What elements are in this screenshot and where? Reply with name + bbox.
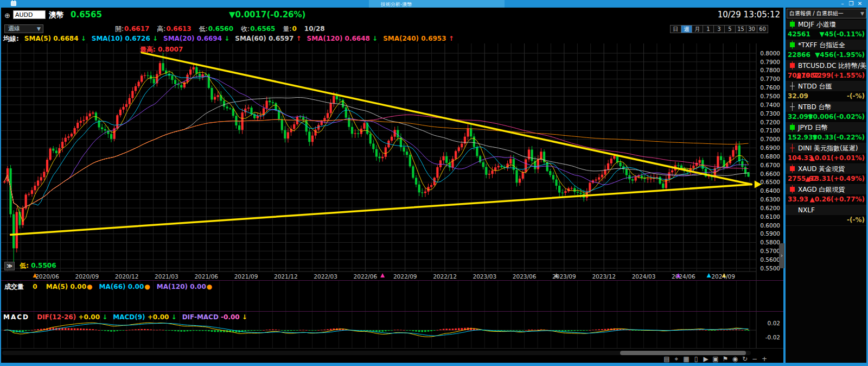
zoom-out-icon[interactable]: − (751, 355, 758, 363)
ohlc-value: 0.6617 (124, 25, 149, 33)
watchlist-item[interactable]: JPYD 日幣152.933▼0.33(-0.22%) (786, 123, 866, 143)
zoom-select-icon[interactable]: ⌖ (673, 355, 680, 363)
macd-legend-item: MACD(9) +0.00 ↓ (113, 313, 176, 321)
ohlc-label: 高: (157, 25, 165, 33)
watchlist-item[interactable]: BTCUSD.DC 比特幣/美元70979.72▲1082.99(+1.55%) (786, 61, 866, 81)
watchlist-item-value-row: 22866▼456(-1.95%) (786, 50, 866, 60)
image-icon[interactable]: ▣ (712, 355, 719, 363)
macd-pane[interactable]: 0.02-0.02 MACD DIF(12-26) +0.00 ↓MACD(9)… (1, 311, 783, 349)
watchlist-item-label: NTDD 台匯 (798, 83, 832, 90)
flag-icon[interactable]: ⚑ (722, 355, 729, 363)
main-chart-area[interactable]: 0.80000.79000.78000.77000.76000.75000.74… (1, 43, 783, 280)
macd-axis-label: 0.02 (768, 320, 780, 326)
lower-trendline[interactable] (11, 185, 752, 235)
watchlist-item[interactable]: NXLF-(-%) (786, 205, 866, 226)
y-axis-label: 0.7500 (760, 93, 780, 99)
y-axis-label: 0.5700 (760, 248, 780, 254)
keyboard-icon[interactable]: ▦ (682, 355, 690, 363)
sma-legend-item: SMA(120) 0.6648 ↓ (307, 35, 378, 42)
period-select-value: 週線 (8, 25, 20, 32)
ohlc-label: 低: (199, 25, 208, 33)
watchlist-item-value-row: 152.933▼0.33(-0.22%) (786, 132, 866, 142)
doji-icon (790, 104, 795, 109)
symbol-input[interactable] (13, 10, 46, 19)
x-axis-label: 2023/09 (552, 273, 576, 280)
candle-icon (790, 63, 795, 68)
doji-icon (790, 84, 795, 89)
timeframe-button-60[interactable]: 60 (757, 25, 768, 33)
candlestick-chart[interactable]: 0.80000.79000.78000.77000.76000.75000.74… (1, 43, 783, 280)
page-icon[interactable]: ▯ (692, 355, 700, 363)
watchlist-group-select[interactable]: 自選報價 / 自選群組一 ▼ (787, 9, 866, 18)
watchlist-item-value-row: 42561▼45(-0.11%) (786, 29, 866, 39)
restore-button[interactable]: ❐ (847, 1, 855, 7)
candle-icon (790, 42, 795, 47)
quote-change: ▼0.0017(-0.26%) (229, 10, 305, 20)
sma-items: SMA(5) 0.6684 ↓SMA(10) 0.6726 ↓SMA(20) 0… (19, 35, 454, 42)
watchlist-item-value-row: -(-%) (786, 215, 866, 225)
watchlist-item-change: ▲13.31(+0.49%) (805, 174, 865, 184)
x-axis-label: 2024/06 (672, 273, 695, 280)
quote-price: 0.6565 (71, 10, 102, 20)
watchlist-item-change: ▲1082.99(+1.55%) (796, 71, 865, 80)
y-axis-label: 0.6000 (760, 222, 780, 229)
x-axis-label: 2021/06 (194, 273, 218, 280)
y-axis-label: 0.7000 (760, 136, 780, 142)
sma-legend-item: SMA(60) 0.6597 ↑ (235, 35, 301, 42)
timeframe-button-週[interactable]: 週 (681, 25, 692, 33)
ohlc-value: 0.6560 (208, 25, 233, 33)
watchlist-item[interactable]: XAUD 黃金現貨2755.67▲13.31(+0.49%) (786, 164, 866, 185)
watchlist-item[interactable]: MDJF 小道瓊42561▼45(-0.11%) (786, 20, 866, 40)
period-low-value: 0.5506 (31, 262, 56, 269)
volume-pane[interactable]: 成交量 0 MA(5) 0.00●MA(66) 0.00●MA(120) 0.0… (1, 280, 783, 312)
period-select[interactable]: 週線 ▼ (4, 24, 43, 33)
minimize-button[interactable]: – (839, 1, 846, 7)
horizontal-scrollbar-thumb[interactable] (620, 351, 746, 355)
watchlist-item-name-row: BTCUSD.DC 比特幣/美元 (786, 61, 866, 71)
watchlist-item[interactable]: NTDD 台匯32.09-(-%) (786, 81, 866, 102)
y-axis-label: 0.6500 (760, 179, 780, 185)
watchlist-item[interactable]: NTBD 台幣32.093▼0.006(-0.02%) (786, 102, 866, 123)
volume-title: 成交量 (4, 283, 24, 291)
x-axis-label: 2023/06 (513, 273, 537, 280)
cursor-icon[interactable]: ▶ (702, 355, 710, 363)
y-axis-label: 0.5500 (760, 265, 780, 272)
refresh-icon[interactable]: ↻ (741, 355, 749, 363)
watchlist-item-name-row: DINI 美元指數(延遲) (786, 143, 866, 153)
x-axis-label: 2021/03 (155, 273, 178, 280)
period-low-row: ≫ 低: 0.5506 (4, 261, 56, 270)
timeframe-button-5[interactable]: 5 (725, 25, 736, 33)
sma-trend-arrow: ↑ (296, 35, 301, 42)
eye-icon[interactable]: ◉ (731, 355, 739, 363)
ohlc-value: 10/28 (304, 25, 325, 33)
new-doc-icon[interactable]: ▤ (663, 355, 671, 363)
watchlist-item[interactable]: *TXFF 台指近全22866▼456(-1.95%) (786, 40, 866, 61)
datetime: 10/29 13:05:12 (718, 10, 780, 20)
watchlist-item-price: 42561 (788, 29, 810, 39)
toolbar-row: 週線 ▼ 開:0.6617高:0.6613低:0.6560收:0.6565量:0… (1, 24, 783, 34)
timeframe-button-1[interactable]: 1 (703, 25, 714, 33)
watchlist-item-change: ▼0.006(-0.02%) (808, 112, 865, 122)
macd-item-label: DIF-MACD (182, 313, 221, 321)
volume-legend: 成交量 0 MA(5) 0.00●MA(66) 0.00●MA(120) 0.0… (4, 282, 212, 292)
close-button[interactable]: ✕ (856, 1, 864, 7)
timeframe-button-日[interactable]: 日 (670, 25, 681, 33)
add-symbol-icon[interactable]: ⊕ (4, 11, 10, 20)
ohlc-values: 開:0.6617高:0.6613低:0.6560收:0.6565量:010/28 (107, 24, 325, 34)
timeframe-button-3[interactable]: 3 (714, 25, 725, 33)
timeframe-button-30[interactable]: 30 (746, 25, 757, 33)
timeframe-buttons: 日週月135153060 (670, 25, 768, 33)
timeframe-button-月[interactable]: 月 (692, 25, 703, 33)
sidebar-collapse-handle[interactable]: › (779, 243, 784, 268)
expand-button[interactable]: ≫ (4, 262, 15, 270)
lock-icon (11, 1, 16, 6)
watchlist-item[interactable]: DINI 美元指數(延遲)104.33▲0.01(+0.01%) (786, 143, 866, 164)
zoom-in-icon[interactable]: + (761, 355, 768, 363)
chart-tool-icons: ▤⌖▦▯▶▣⚑◉↻−+ (663, 355, 768, 363)
y-axis-label: 0.6300 (760, 196, 780, 203)
x-axis-label: 2021/09 (234, 273, 258, 280)
watchlist-item-label: NTBD 台幣 (798, 103, 832, 111)
ohlc-value: 0 (292, 25, 296, 33)
watchlist-item[interactable]: XAGD 白銀現貨33.93▲0.26(+0.77%) (786, 185, 866, 205)
timeframe-button-15[interactable]: 15 (736, 25, 746, 33)
